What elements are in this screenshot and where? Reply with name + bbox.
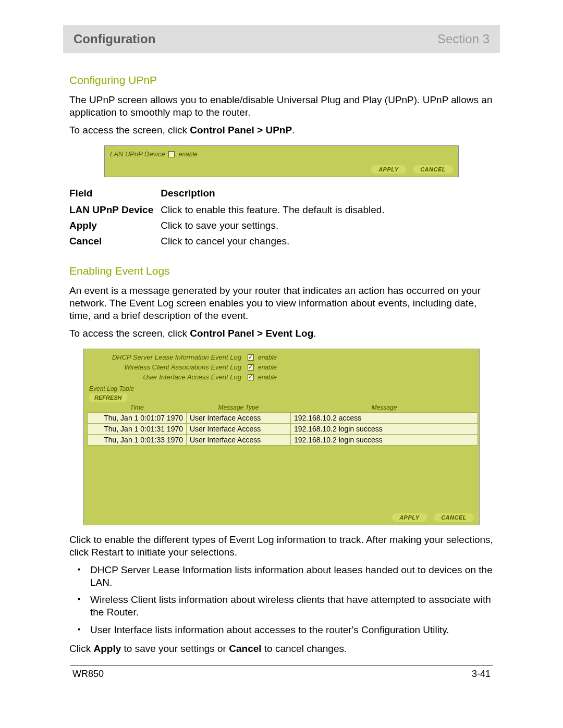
footer-model: WR850 <box>72 669 104 680</box>
upnp-panel: LAN UPnP Device enable APPLY CANCEL <box>104 145 459 177</box>
description-header: Description <box>161 186 385 202</box>
cancel-button[interactable]: CANCEL <box>413 165 453 174</box>
table-row: LAN UPnP Device Click to enable this fea… <box>69 202 385 218</box>
eventlog-panel: DHCP Server Lease Information Event Log … <box>83 349 480 525</box>
eventlog-after: Click to enable the different types of E… <box>69 534 494 559</box>
upnp-heading: Configuring UPnP <box>69 74 494 87</box>
table-row: Thu, Jan 1 0:01:31 1970 User Interface A… <box>88 424 478 435</box>
footer-page: 3-41 <box>472 669 491 680</box>
list-item: DHCP Server Lease Information lists info… <box>90 564 494 589</box>
field-header: Field <box>69 186 161 202</box>
table-row: Cancel Click to cancel your changes. <box>69 233 385 249</box>
page-footer: WR850 3-41 <box>70 668 493 680</box>
wireless-eventlog-checkbox[interactable] <box>248 364 254 371</box>
dhcp-eventlog-checkbox[interactable] <box>248 354 254 361</box>
dhcp-eventlog-label: DHCP Server Lease Information Event Log <box>89 353 244 361</box>
apply-button[interactable]: APPLY <box>371 165 406 174</box>
lan-upnp-label: LAN UPnP Device <box>110 150 165 158</box>
eventlog-closing: Click Apply to save your settings or Can… <box>69 643 494 655</box>
upnp-intro: The UPnP screen allows you to enable/dis… <box>69 94 494 119</box>
lan-upnp-enable-text: enable <box>179 151 198 158</box>
table-row: Apply Click to save your settings. <box>69 218 385 233</box>
cancel-button[interactable]: CANCEL <box>434 513 474 522</box>
table-row: Thu, Jan 1 0:01:07 1970 User Interface A… <box>88 413 478 424</box>
lan-upnp-checkbox[interactable] <box>168 151 175 157</box>
eventlog-heading: Enabling Event Logs <box>69 265 494 277</box>
ui-access-eventlog-label: User Interface Access Event Log <box>89 373 244 381</box>
eventlog-table: Time Message Type Message Thu, Jan 1 0:0… <box>87 403 478 446</box>
list-item: User Interface lists information about a… <box>90 624 494 636</box>
eventlog-intro: An event is a message generated by your … <box>69 285 494 322</box>
col-msg: Message <box>291 403 478 413</box>
upnp-field-table: Field Description LAN UPnP Device Click … <box>69 186 385 249</box>
header-band: Configuration Section 3 <box>63 25 500 53</box>
apply-button[interactable]: APPLY <box>392 513 426 522</box>
ui-access-eventlog-checkbox[interactable] <box>248 374 254 380</box>
eventlog-table-caption: Event Log Table <box>86 383 479 392</box>
section-label: Section 3 <box>437 32 489 46</box>
col-type: Message Type <box>187 403 291 413</box>
col-time: Time <box>88 403 187 413</box>
page-title: Configuration <box>74 32 155 46</box>
refresh-button[interactable]: REFRESH <box>89 393 127 402</box>
list-item: Wireless Client lists information about … <box>90 594 494 619</box>
table-row: Thu, Jan 1 0:01:33 1970 User Interface A… <box>88 435 478 446</box>
eventlog-access: To access the screen, click Control Pane… <box>69 327 494 340</box>
upnp-access: To access the screen, click Control Pane… <box>69 124 494 137</box>
wireless-eventlog-label: Wireless Client Associations Event Log <box>89 363 244 371</box>
eventlog-bullets: DHCP Server Lease Information lists info… <box>90 564 494 636</box>
